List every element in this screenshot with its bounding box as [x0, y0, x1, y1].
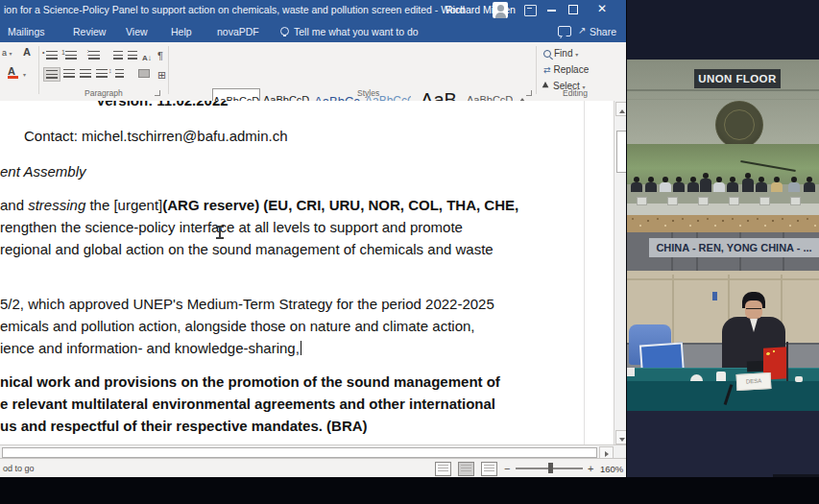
window-title: ion for a Science-Policy Panel to suppor…: [4, 4, 465, 15]
doc-para3-line3: us and respectful of their respective ma…: [0, 418, 368, 434]
desk-nameplate: DESA: [736, 372, 772, 391]
group-divider: [38, 46, 39, 94]
group-divider: [168, 46, 169, 94]
doc-line-contact: Contact: michel.tschirren@bafu.admin.ch: [24, 128, 288, 144]
borders-icon[interactable]: ⊞: [157, 65, 173, 78]
doc-line-version: Version: 11.02.2022: [96, 101, 229, 108]
text-insertion-caret: [301, 341, 301, 355]
paragraph-group-label: Paragraph: [84, 88, 123, 98]
justify-icon[interactable]: [94, 67, 109, 80]
podium-desk: [627, 204, 819, 215]
multilevel-list-icon[interactable]: ⋮: [86, 49, 102, 61]
doc-para2-line2: emicals and pollution action, alongside …: [0, 318, 474, 334]
un-emblem: [715, 101, 763, 149]
meeting-video-panel: UNON FLOOR: [627, 0, 819, 504]
scroll-up-icon[interactable]: [615, 102, 626, 116]
print-layout-button[interactable]: [458, 462, 474, 476]
horizontal-scrollbar[interactable]: [0, 444, 626, 459]
feed2-label: CHINA - REN, YONG CHINA - ...: [649, 238, 819, 257]
tab-mailings[interactable]: Mailings: [8, 26, 45, 37]
doc-para1-line3: regional and global action on the sound …: [0, 241, 494, 257]
tell-me-box[interactable]: Tell me what you want to do: [294, 26, 419, 37]
avatar[interactable]: [493, 2, 508, 18]
doc-para1-line2: rengthen the science-policy interface at…: [0, 219, 463, 235]
scroll-down-icon[interactable]: [615, 430, 626, 444]
close-button[interactable]: ✕: [592, 2, 612, 15]
replace-icon: ⇄: [543, 65, 551, 75]
minimize-button[interactable]: [547, 10, 556, 12]
doc-para2-line1: 5/2, which approved UNEP's Medium-Term S…: [0, 296, 494, 312]
find-icon: [543, 50, 551, 58]
zoom-level[interactable]: 160%: [600, 464, 623, 474]
bullets-icon[interactable]: •: [44, 49, 60, 61]
group-divider: [536, 46, 537, 94]
paper-left-edge: [627, 368, 635, 376]
numbering-icon[interactable]: 1: [63, 49, 79, 61]
feed1-label: UNON FLOOR: [694, 69, 781, 88]
video-feed-unon-floor[interactable]: UNON FLOOR: [627, 60, 819, 232]
editing-group-label: Editing: [563, 88, 588, 98]
app-bottom-strip: [0, 477, 819, 504]
doc-para2-line3: ience and information- and knowledge-sha…: [0, 340, 301, 356]
styles-group-label: Styles: [357, 88, 379, 98]
doc-para1-line1: and stressing the [urgent](ARG reserve) …: [0, 197, 518, 213]
status-message: od to go: [3, 464, 35, 473]
wall-switch: [712, 292, 717, 300]
ribbon-display-options-icon[interactable]: [524, 5, 537, 16]
zoom-out-button[interactable]: −: [504, 463, 510, 474]
tab-view[interactable]: View: [126, 26, 148, 37]
styles-dialog-launcher[interactable]: [526, 90, 532, 96]
screen: ion for a Science-Policy Panel to suppor…: [0, 0, 819, 504]
comments-icon[interactable]: [558, 26, 571, 36]
read-mode-button[interactable]: [435, 462, 451, 476]
delegate-glasses: [746, 308, 761, 312]
increase-indent-icon[interactable]: [126, 49, 141, 61]
horizontal-scroll-thumb[interactable]: [2, 447, 597, 458]
doc-line-assembly: ent Assembly: [0, 163, 85, 180]
line-spacing-icon[interactable]: ↕: [110, 67, 126, 80]
word-window: ion for a Science-Policy Panel to suppor…: [0, 0, 626, 477]
podium-front: [627, 215, 819, 232]
ribbon-tab-bar: Mailings Review View Help novaPDF Tell m…: [0, 21, 626, 42]
replace-button[interactable]: ⇄Replace: [543, 64, 589, 75]
vertical-scrollbar[interactable]: [614, 101, 626, 444]
decrease-indent-icon[interactable]: [109, 49, 125, 61]
restore-button[interactable]: [568, 5, 578, 14]
font-color-caret-icon[interactable]: ▾: [23, 71, 26, 78]
zoom-slider-thumb[interactable]: [548, 463, 553, 473]
tell-me-icon: [280, 27, 289, 36]
page-right-edge: [584, 101, 585, 444]
sort-icon[interactable]: A↓: [142, 47, 157, 60]
doc-para3-line1: nical work and provisions on the promoti…: [0, 373, 500, 390]
font-color-icon[interactable]: A: [8, 65, 15, 77]
paragraph-dialog-launcher[interactable]: [155, 90, 160, 96]
share-button[interactable]: Share: [590, 26, 616, 37]
tab-novapdf[interactable]: novaPDF: [217, 26, 259, 37]
mouse-ibeam-cursor: [215, 226, 225, 239]
video-feed-china[interactable]: DESA CHINA - REN, YONG CHINA - ...: [627, 232, 819, 411]
status-bar: od to go − + 160%: [0, 458, 626, 477]
tab-help[interactable]: Help: [171, 26, 192, 37]
tab-review[interactable]: Review: [73, 26, 106, 37]
table-front: [627, 381, 819, 411]
find-button[interactable]: Find ▾: [543, 48, 578, 59]
vertical-scroll-thumb[interactable]: [616, 131, 627, 173]
align-right-icon[interactable]: [78, 67, 93, 80]
align-center-icon[interactable]: [61, 67, 77, 80]
zoom-in-button[interactable]: +: [588, 463, 593, 474]
text-effects-icon[interactable]: A: [23, 46, 31, 58]
shading-icon[interactable]: [136, 67, 152, 80]
small-white-item: [795, 376, 803, 382]
document-canvas[interactable]: Version: 11.02.2022 Contact: michel.tsch…: [0, 101, 614, 444]
microphone-boom: [740, 160, 795, 172]
share-icon: ↗: [578, 25, 586, 36]
ribbon: a ▾ A A ▾ • 1 ⋮ A↓ ¶ ↕ ⊞ Paragraph: [0, 42, 626, 102]
select-icon: [542, 82, 551, 90]
web-layout-button[interactable]: [481, 462, 497, 476]
title-bar: ion for a Science-Policy Panel to suppor…: [0, 0, 626, 21]
show-formatting-icon[interactable]: ¶: [157, 46, 173, 59]
align-left-icon[interactable]: [43, 67, 60, 82]
text-highlight-icon[interactable]: a ▾: [2, 48, 12, 58]
doc-para3-line2: e relevant multilateral environmental ag…: [0, 396, 495, 412]
